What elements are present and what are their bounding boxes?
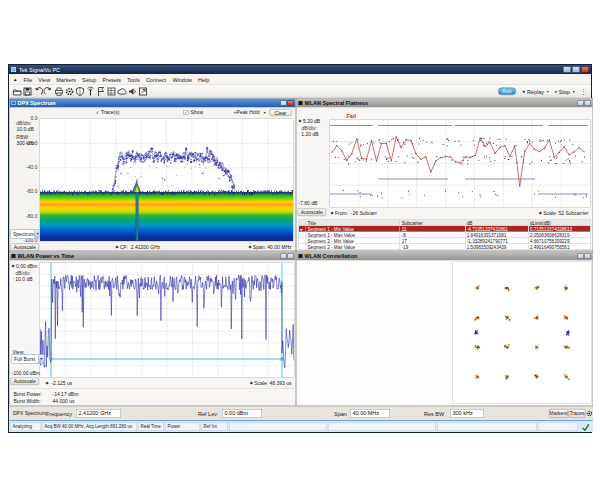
frequency-input[interactable]: 2.41200 GHz <box>76 409 121 418</box>
flatness-title: WLAN Spectral Flatness <box>305 100 369 106</box>
menu-view[interactable]: View <box>35 76 53 82</box>
panel-constellation: WLAN Constellation <box>296 251 593 406</box>
menu-markers[interactable]: Markers <box>53 76 79 82</box>
settings-gear-icon[interactable] <box>586 410 593 417</box>
pvt-ytop[interactable]: ◆ 0.00 dBm <box>12 264 38 269</box>
replay-button[interactable]: ◄Replay▼ <box>521 88 550 94</box>
table-row[interactable]: Segment 2 - Max Value-191.50983509243439… <box>299 244 591 250</box>
maximize-button[interactable] <box>572 67 580 73</box>
constellation-close-button[interactable] <box>585 254 591 259</box>
status-ok-icon <box>582 424 590 432</box>
pvt-xstart-readout[interactable]: ◆ -2.125 us <box>46 381 73 386</box>
menu-window[interactable]: Window <box>169 76 195 82</box>
dpx-close-button[interactable] <box>288 101 294 106</box>
dpx-clear-button[interactable]: Clear <box>270 109 292 116</box>
dpx-y-label: -60.0 <box>10 189 38 194</box>
res-bw-input[interactable]: 300 kHz <box>450 409 484 418</box>
antenna-icon[interactable] <box>86 86 96 96</box>
pvt-ybottom: -100.00 dBm <box>12 371 41 376</box>
flatness-ytop[interactable]: ◆ 5.20 dB <box>299 119 321 124</box>
flatness-close-button[interactable] <box>585 101 591 106</box>
span-input[interactable]: 40.00 MHz <box>350 409 390 418</box>
constellation-plot <box>453 262 592 404</box>
status-mode: Real Time <box>138 423 164 432</box>
menu-connect[interactable]: Connect <box>143 76 169 82</box>
dpx-y-label: -40.0 <box>10 165 38 170</box>
constellation-title: WLAN Constellation <box>305 253 358 259</box>
constellation-titlebar: WLAN Constellation <box>297 252 593 261</box>
dpx-panel-icon <box>12 101 16 105</box>
constellation-maximize-button[interactable] <box>578 254 584 259</box>
ref-lev-input[interactable]: 0.00 dBm <box>222 409 262 418</box>
flatness-dbdiv-label: dB/div: <box>302 126 317 131</box>
status-empty-1 <box>229 423 327 432</box>
open-icon[interactable] <box>12 86 22 96</box>
pvt-view-select[interactable]: Full Burst▼ <box>12 355 45 364</box>
pvt-dbdiv-value[interactable]: ◦ 10.0 dB <box>13 277 33 282</box>
save-icon[interactable] <box>23 86 33 96</box>
menu-bar: ▲ FileViewMarkersSetupPresetsToolsConnec… <box>9 74 591 85</box>
status-empty-4 <box>538 423 578 432</box>
pvt-panel-icon <box>12 254 16 258</box>
dpx-dbdiv-value[interactable]: 10.0 dB <box>17 127 34 132</box>
flatness-dbdiv-value[interactable]: ◦ 1.20 dB <box>299 132 319 137</box>
export-icon[interactable] <box>138 86 148 96</box>
menu-tools[interactable]: Tools <box>124 76 143 82</box>
stop-button[interactable]: ●Stop▼ <box>554 88 575 94</box>
pvt-scale-readout[interactable]: ◆ Scale: 48.393 us <box>250 381 292 386</box>
shield-icon[interactable] <box>75 86 85 96</box>
dpx-maximize-button[interactable] <box>281 101 287 106</box>
menu-presets[interactable]: Presets <box>99 76 124 82</box>
window-title: Tek SignalVu PC <box>19 66 563 73</box>
gear-icon[interactable] <box>65 86 75 96</box>
dpx-y-label: -100.0 <box>10 238 38 243</box>
pvt-burst-power-label: Burst Power: <box>14 392 43 397</box>
redo-icon[interactable] <box>44 86 54 96</box>
dpx-traces-dropdown[interactable]: ✓ Trace(s) <box>96 110 120 115</box>
traces-button[interactable]: Traces <box>569 409 586 418</box>
marker-table-icon[interactable] <box>107 86 117 96</box>
flatness-scale-readout[interactable]: ◆ Scale: 52 Subcarrier <box>539 211 589 216</box>
marker-flag-icon[interactable] <box>96 86 106 96</box>
pvt-title: WLAN Power vs Time <box>18 253 74 259</box>
dpx-display-select[interactable]: Spectrum▼ <box>11 230 40 239</box>
status-ref: Ref Int <box>201 423 228 432</box>
dpx-y-label: -80.0 <box>10 214 38 219</box>
print-icon[interactable] <box>54 86 64 96</box>
menu-setup[interactable]: Setup <box>79 76 99 82</box>
dpx-span-readout[interactable]: ◆ Span: 40.00 MHz <box>248 245 291 250</box>
menu-file[interactable]: File <box>20 76 35 82</box>
stop-caret-icon: ▼ <box>572 90 575 94</box>
speaker-icon[interactable] <box>128 86 138 96</box>
flatness-results-table: TitleSubcarrierdBdLimit(dB)▸Segment 1 - … <box>299 220 591 251</box>
dpx-peakhold-dropdown[interactable]: +Peak Hold ▼ <box>234 110 267 116</box>
dpx-show-checkbox[interactable]: Show <box>184 110 204 115</box>
flatness-from-readout[interactable]: ◆ From: -26 Subcarr <box>331 211 377 216</box>
res-bw-label: Res BW <box>424 411 444 417</box>
app-window: Tek SignalVu PC ▲ FileViewMarkersSetupPr… <box>8 64 592 433</box>
dpx-y-label: 0.0 <box>10 116 38 121</box>
flatness-autoscale-button[interactable]: Autoscale <box>298 209 327 217</box>
menu-help[interactable]: Help <box>195 76 212 82</box>
frequency-label: Frequency <box>46 411 72 417</box>
undo-icon[interactable] <box>33 86 43 96</box>
markers-button[interactable]: Markers <box>549 409 568 418</box>
ref-lev-label: Ref Lev <box>198 411 217 417</box>
pvt-close-button[interactable] <box>288 254 294 259</box>
pvt-autoscale-button[interactable]: Autoscale <box>11 378 40 386</box>
app-menu-icon[interactable]: ▲ <box>9 77 20 82</box>
pvt-maximize-button[interactable] <box>281 254 287 259</box>
dpx-plot <box>40 119 294 242</box>
minimize-button[interactable] <box>563 67 571 73</box>
dpx-autoscale-button[interactable]: Autoscale <box>11 244 40 252</box>
status-state: Analyzing <box>10 423 41 432</box>
status-acquisition: Acq BW 40.00 MHz, Acq Length 891.280 us <box>42 423 137 432</box>
pvt-dbdiv-label: dB/div: <box>16 271 31 276</box>
run-button[interactable]: Run <box>498 88 516 96</box>
toolbar-overflow[interactable]: ⋮ <box>580 88 587 95</box>
app-icon <box>11 67 16 72</box>
cloud-icon[interactable] <box>117 86 127 96</box>
flatness-maximize-button[interactable] <box>578 101 584 106</box>
dpx-cf-readout[interactable]: ◆ CF: 2.41200 GHz <box>116 245 161 250</box>
close-button[interactable] <box>581 67 589 73</box>
